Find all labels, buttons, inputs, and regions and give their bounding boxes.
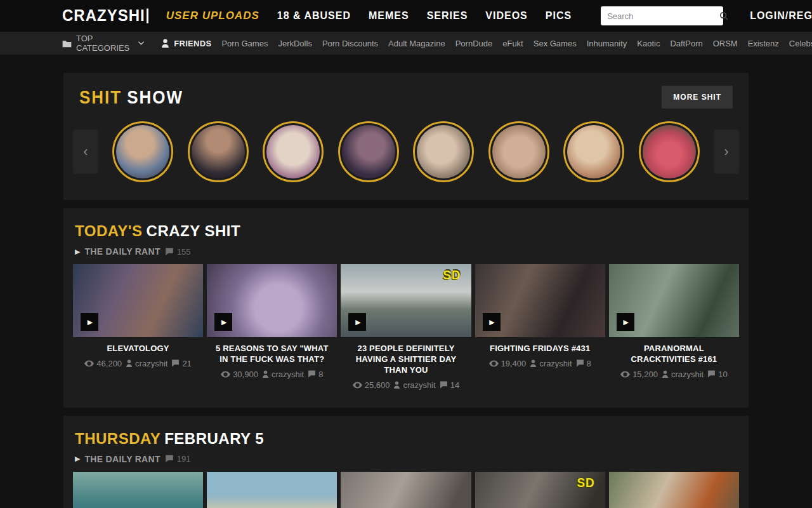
search-icon[interactable] — [719, 11, 729, 21]
play-button-overlay[interactable]: ▶ — [483, 313, 501, 331]
views-count: 15,200 — [632, 370, 658, 379]
search-input[interactable] — [607, 11, 719, 21]
video-stats: 19,400 crazyshit 8 — [475, 357, 605, 372]
person-icon — [161, 39, 169, 48]
carousel-prev-button[interactable]: ‹ — [73, 130, 98, 174]
daily-rant-row[interactable]: ▶ THE DAILY RANT 191 — [63, 450, 749, 472]
author-icon — [262, 370, 269, 378]
comment-icon — [165, 455, 174, 463]
author-name[interactable]: crazyshit — [272, 370, 304, 379]
avatar[interactable] — [488, 121, 549, 182]
avatar-image — [643, 125, 696, 178]
section-title-rest: CRAZY SHIT — [147, 222, 241, 239]
daily-rant-row[interactable]: ▶ THE DAILY RANT 155 — [63, 243, 749, 264]
play-marker-icon: ▶ — [75, 248, 80, 256]
video-thumbnail[interactable]: ▶ — [73, 264, 203, 337]
avatar-image — [492, 125, 546, 178]
subnav-link-adult-magazine[interactable]: Adult Magazine — [388, 39, 445, 48]
avatar[interactable] — [413, 121, 474, 182]
author-icon — [393, 381, 400, 389]
subnav-link-efukt[interactable]: eFukt — [502, 39, 523, 48]
author-icon — [530, 359, 537, 367]
subnav-link-inhumanity[interactable]: Inhumanity — [587, 39, 627, 48]
author-name[interactable]: crazyshit — [539, 359, 572, 368]
video-thumbnail[interactable]: ▶ — [609, 264, 739, 337]
video-title[interactable]: ELEVATOLOGY — [73, 337, 203, 357]
nav-item-pics[interactable]: PICS — [546, 10, 572, 22]
subnav-link-existenz[interactable]: Existenz — [748, 39, 779, 48]
video-card: ▶ — [341, 472, 471, 508]
thursday-february-5-panel: THURSDAYFEBRUARY 5 ▶ THE DAILY RANT 191 … — [63, 416, 749, 508]
avatar[interactable] — [563, 121, 624, 182]
subnav-link-porndude[interactable]: PornDude — [455, 39, 493, 48]
nav-item-series[interactable]: SERIES — [427, 10, 468, 22]
video-title[interactable]: 23 PEOPLE DEFINITELY HAVING A SHITTIER D… — [341, 337, 471, 378]
comment-count: 8 — [318, 370, 323, 379]
avatar-image — [567, 125, 620, 178]
author-name[interactable]: crazyshit — [671, 370, 704, 379]
avatar-image — [342, 125, 395, 178]
video-card: SD ▶ 23 PEOPLE DEFINITELY HAVING A SHITT… — [341, 264, 471, 394]
video-card-grid: ▶ ▶ ▶ SD ▶ ▶ — [63, 472, 749, 508]
comment-count: 21 — [182, 359, 191, 368]
video-card: ▶ 5 REASONS TO SAY "WHAT IN THE FUCK WAS… — [207, 264, 337, 394]
login-register-button[interactable]: LOGIN/REGISTER — [750, 10, 812, 22]
comment-icon — [171, 359, 180, 367]
avatar[interactable] — [639, 121, 700, 182]
subnav-link-sex-games[interactable]: Sex Games — [534, 39, 577, 48]
todays-crazy-shit-panel: TODAY'SCRAZY SHIT ▶ THE DAILY RANT 155 ▶… — [63, 208, 749, 408]
avatar[interactable] — [338, 121, 399, 182]
subnav-link-orsm[interactable]: ORSM — [713, 39, 738, 48]
carousel-next-button[interactable]: › — [714, 130, 739, 174]
comment-count: 14 — [450, 380, 459, 390]
site-logo[interactable]: CRAZYSHI — [62, 6, 148, 25]
search-box — [601, 6, 723, 25]
video-thumbnail[interactable]: SD ▶ — [475, 472, 605, 508]
author-name[interactable]: crazyshit — [403, 380, 435, 390]
nav-item-user-uploads[interactable]: USER UPLOADS — [166, 10, 259, 22]
author-name[interactable]: crazyshit — [135, 359, 167, 368]
video-stats: 30,900 crazyshit 8 — [207, 368, 337, 383]
subnav-link-celebs[interactable]: Celebs — [789, 39, 812, 48]
video-thumbnail[interactable]: ▶ — [73, 472, 203, 508]
video-thumbnail[interactable]: ▶ — [341, 472, 471, 508]
avatar-image — [116, 125, 169, 178]
shit-show-panel: SHITSHOW MORE SHIT ‹ › — [63, 73, 749, 200]
nav-item-memes[interactable]: MEMES — [369, 10, 409, 22]
play-button-overlay[interactable]: ▶ — [81, 313, 98, 331]
comment-icon — [440, 381, 448, 389]
avatar[interactable] — [188, 121, 249, 182]
play-button-overlay[interactable]: ▶ — [617, 313, 634, 331]
video-card: ▶ ELEVATOLOGY 46,200 crazyshit 21 — [73, 264, 203, 394]
nav-item-videos[interactable]: VIDEOS — [485, 10, 527, 22]
subnav-link-porn-discounts[interactable]: Porn Discounts — [322, 39, 378, 48]
video-thumbnail[interactable]: ▶ — [207, 472, 337, 508]
subnav-link-daftporn[interactable]: DaftPorn — [670, 39, 702, 48]
play-icon: ▶ — [624, 318, 629, 326]
play-icon: ▶ — [88, 318, 93, 326]
subnav-link-kaotic[interactable]: Kaotic — [637, 39, 660, 48]
video-thumbnail[interactable]: ▶ — [475, 264, 605, 337]
avatar[interactable] — [263, 121, 324, 182]
views-count: 19,400 — [501, 359, 527, 368]
author-icon — [126, 359, 133, 367]
video-thumbnail[interactable]: SD ▶ — [341, 264, 471, 337]
play-button-overlay[interactable]: ▶ — [214, 313, 232, 331]
nav-item-18-abused[interactable]: 18 & ABUSED — [277, 10, 351, 22]
video-title[interactable]: FIGHTING FRIDAYS #431 — [475, 337, 605, 357]
video-thumbnail[interactable]: ▶ — [609, 472, 739, 508]
shit-show-title-accent: SHIT — [79, 86, 122, 107]
video-thumbnail[interactable]: ▶ — [207, 264, 337, 337]
top-categories-dropdown[interactable]: TOP CATEGORIES — [62, 34, 145, 53]
video-title[interactable]: PARANORMAL CRACKTIVITIES #161 — [609, 337, 739, 368]
friends-link[interactable]: FRIENDS — [161, 39, 211, 48]
subnav-link-jerkdolls[interactable]: JerkDolls — [278, 39, 311, 48]
video-card: ▶ — [207, 472, 337, 508]
avatar[interactable] — [112, 121, 173, 182]
more-shit-button[interactable]: MORE SHIT — [662, 86, 733, 109]
daily-rant-comments: 191 — [165, 454, 191, 464]
subnav-link-porn-games[interactable]: Porn Games — [221, 39, 268, 48]
video-title[interactable]: 5 REASONS TO SAY "WHAT IN THE FUCK WAS T… — [207, 337, 337, 368]
play-button-overlay[interactable]: ▶ — [348, 313, 366, 331]
daily-rant-comments: 155 — [165, 247, 191, 257]
